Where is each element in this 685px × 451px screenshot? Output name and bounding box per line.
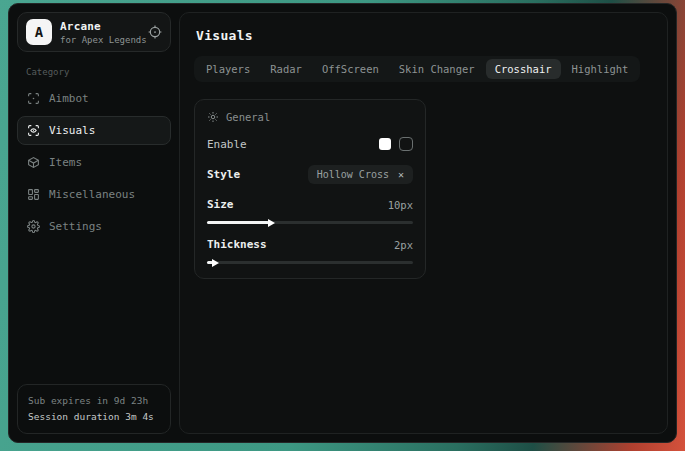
category-label: Category	[26, 67, 171, 77]
general-settings-card: General Enable Style Hollow Cross ✕ Size…	[194, 99, 426, 279]
sidebar-item-label: Visuals	[49, 124, 95, 137]
app-title: Arcane	[60, 20, 140, 33]
main-panel: Visuals Players Radar OffScreen Skin Cha…	[179, 12, 668, 434]
sidebar-spacer	[17, 241, 171, 384]
thickness-row: Thickness 2px	[207, 238, 413, 251]
sidebar-header: A Arcane for Apex Legends	[17, 12, 171, 52]
color-swatch[interactable]	[379, 138, 391, 150]
tab-players[interactable]: Players	[197, 59, 259, 79]
crosshair-target-icon[interactable]	[148, 25, 162, 39]
settings-gear-icon	[27, 220, 40, 233]
enable-label: Enable	[207, 138, 247, 151]
thickness-slider-fill	[207, 261, 213, 264]
style-row: Style Hollow Cross ✕	[207, 165, 413, 184]
tab-radar[interactable]: Radar	[261, 59, 311, 79]
app-titles: Arcane for Apex Legends	[60, 20, 140, 45]
sidebar: A Arcane for Apex Legends Category	[9, 4, 179, 442]
size-slider[interactable]	[207, 221, 413, 224]
tab-offscreen[interactable]: OffScreen	[313, 59, 388, 79]
app-subtitle: for Apex Legends	[60, 35, 140, 45]
sidebar-item-settings[interactable]: Settings	[17, 212, 171, 241]
enable-checkbox[interactable]	[399, 137, 413, 151]
size-label: Size	[207, 198, 234, 211]
sidebar-item-label: Items	[49, 156, 82, 169]
size-value: 10px	[388, 199, 413, 211]
thickness-label: Thickness	[207, 238, 267, 251]
session-duration-text: Session duration 3m 4s	[28, 409, 160, 425]
tab-skin-changer[interactable]: Skin Changer	[390, 59, 484, 79]
thickness-slider[interactable]	[207, 261, 413, 264]
card-header: General	[207, 111, 413, 123]
size-slider-fill	[207, 221, 269, 224]
items-box-icon	[27, 156, 40, 169]
sidebar-item-aimbot[interactable]: Aimbot	[17, 84, 171, 113]
aimbot-scan-icon	[27, 92, 40, 105]
visuals-eye-icon	[27, 124, 40, 137]
page-title: Visuals	[196, 28, 653, 43]
sidebar-nav: Aimbot Visuals	[17, 84, 171, 241]
subscription-info-box: Sub expires in 9d 23h Session duration 3…	[17, 384, 171, 434]
gear-icon	[207, 111, 219, 123]
size-row: Size 10px	[207, 198, 413, 211]
misc-grid-icon	[27, 188, 40, 201]
tab-highlight[interactable]: Highlight	[563, 59, 638, 79]
card-header-label: General	[226, 111, 270, 123]
app-window: A Arcane for Apex Legends Category	[8, 3, 677, 443]
sidebar-item-label: Settings	[49, 220, 102, 233]
sidebar-item-visuals[interactable]: Visuals	[17, 116, 171, 145]
sidebar-item-label: Miscellaneous	[49, 188, 135, 201]
sidebar-item-label: Aimbot	[49, 92, 89, 105]
sub-expires-text: Sub expires in 9d 23h	[28, 393, 160, 409]
sidebar-item-miscellaneous[interactable]: Miscellaneous	[17, 180, 171, 209]
enable-row: Enable	[207, 137, 413, 151]
tab-bar: Players Radar OffScreen Skin Changer Cro…	[194, 56, 640, 82]
thickness-value: 2px	[394, 239, 413, 251]
clear-style-icon[interactable]: ✕	[398, 170, 404, 180]
sidebar-item-items[interactable]: Items	[17, 148, 171, 177]
tab-crosshair[interactable]: Crosshair	[486, 59, 561, 79]
app-logo: A	[26, 19, 52, 45]
style-value: Hollow Cross	[317, 169, 389, 180]
style-label: Style	[207, 168, 240, 181]
style-select[interactable]: Hollow Cross ✕	[308, 165, 413, 184]
